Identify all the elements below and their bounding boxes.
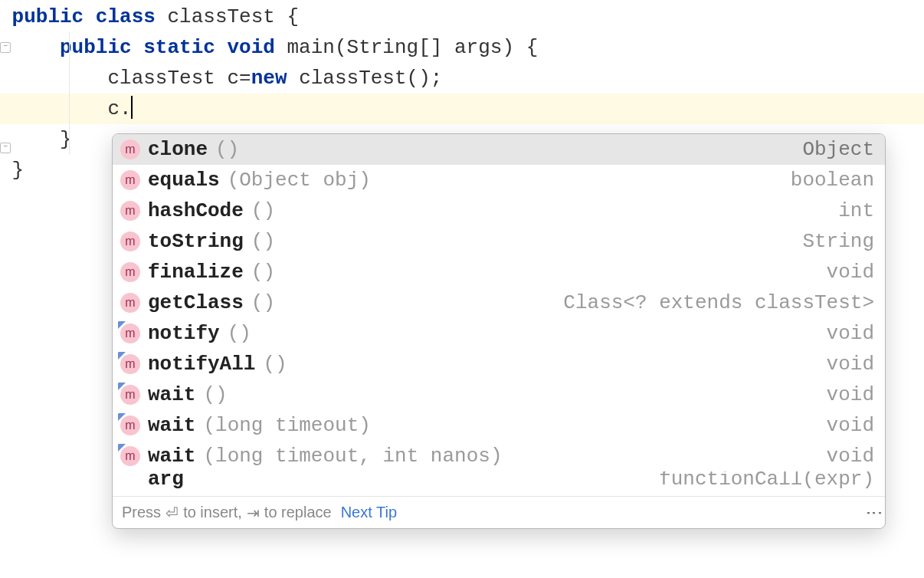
completion-item-name: wait (148, 383, 195, 406)
method-icon: m (120, 354, 140, 374)
completion-item-name: wait (148, 445, 195, 468)
completion-item-type: void (827, 322, 874, 345)
completion-item-name: wait (148, 414, 195, 437)
completion-item-name: toString (148, 230, 244, 253)
completion-item-type: functionCall(expr) (659, 471, 874, 491)
method-icon: m (120, 385, 140, 405)
completion-item[interactable]: mfinalize()void (113, 257, 885, 287)
keyword-public: public (60, 36, 132, 59)
completion-item-params: () (203, 383, 227, 406)
keyword-void: void (227, 36, 274, 59)
completion-popup: mclone()Objectmequals(Object obj)boolean… (112, 133, 886, 529)
final-marker-icon (118, 383, 126, 390)
completion-item-name: equals (148, 169, 220, 192)
final-marker-icon (118, 321, 126, 329)
completion-item[interactable]: mequals(Object obj)boolean (113, 165, 885, 195)
completion-item-name: clone (148, 138, 208, 161)
completion-item[interactable]: mwait()void (113, 379, 885, 410)
completion-item-type: void (827, 261, 874, 284)
method-icon: m (120, 232, 140, 251)
completion-item[interactable]: mwait(long timeout)void (113, 410, 885, 441)
brace-open: { (287, 5, 300, 28)
completion-item-params: () (263, 353, 287, 376)
completion-item-name: notify (148, 322, 220, 345)
completion-item-type: void (827, 383, 874, 406)
keyword-new: new (251, 67, 287, 90)
completion-item[interactable]: mhashCode()int (113, 195, 885, 226)
final-marker-icon (118, 413, 126, 421)
tab-key-icon: ⇥ (247, 504, 260, 522)
footer-text: Press (122, 504, 161, 521)
completion-item[interactable]: mnotify()void (113, 318, 885, 349)
completion-item-params: (Object obj) (228, 169, 371, 192)
completion-item-name: notifyAll (148, 353, 255, 376)
completion-item-params: (long timeout) (203, 414, 370, 437)
completion-item-name: finalize (148, 261, 244, 284)
enter-key-icon: ⏎ (165, 504, 179, 522)
method-icon: m (120, 262, 140, 282)
more-options-icon[interactable]: ⋮ (873, 504, 876, 521)
completion-item-type: Object (802, 138, 874, 161)
completion-item-params: () (251, 230, 275, 253)
method-icon: m (120, 140, 140, 159)
completion-item-params: () (215, 138, 239, 161)
completion-item-type: void (827, 414, 874, 437)
code-line-active[interactable]: c. (0, 94, 924, 124)
keyword-class: class (96, 5, 156, 28)
code-line[interactable]: classTest c=new classTest(); (0, 63, 924, 94)
final-marker-icon (118, 352, 126, 360)
completion-item-type: boolean (791, 169, 874, 192)
completion-list[interactable]: mclone()Objectmequals(Object obj)boolean… (113, 134, 885, 471)
method-icon: m (120, 201, 140, 221)
method-icon: m (120, 170, 140, 190)
completion-item-name: hashCode (148, 199, 244, 222)
method-icon: m (120, 415, 140, 435)
method-icon: m (120, 446, 140, 466)
completion-item-params: () (251, 261, 275, 284)
footer-text: to insert, (183, 504, 242, 521)
code-line[interactable]: public class classTest { (0, 2, 924, 32)
completion-item-type: void (827, 353, 874, 376)
method-icon: m (120, 323, 140, 343)
completion-item-params: () (251, 199, 275, 222)
completion-item-type: Class<? extends classTest> (563, 291, 874, 314)
completion-item-params: (long timeout, int nanos) (203, 445, 502, 468)
completion-item-name: getClass (148, 291, 244, 314)
completion-item[interactable]: mtoString()String (113, 226, 885, 257)
completion-item-partial[interactable]: arg functionCall(expr) (113, 471, 885, 496)
completion-item[interactable]: mclone()Object (113, 134, 885, 165)
completion-item-type: void (827, 445, 874, 468)
class-name: classTest (167, 5, 274, 28)
completion-item[interactable]: mnotifyAll()void (113, 349, 885, 379)
completion-footer: Press ⏎ to insert, ⇥ to replace Next Tip… (113, 496, 885, 528)
keyword-static: static (143, 36, 215, 59)
final-marker-icon (118, 444, 126, 452)
footer-text: to replace (264, 504, 332, 521)
completion-item-params: () (251, 291, 275, 314)
completion-item-type: String (802, 230, 874, 253)
completion-item[interactable]: mgetClass()Class<? extends classTest> (113, 287, 885, 318)
completion-item-name: arg (148, 471, 184, 491)
completion-item-type: int (838, 199, 874, 222)
method-icon: m (120, 293, 140, 313)
code-line[interactable]: public static void main(String[] args) { (0, 32, 924, 63)
text-cursor (131, 96, 133, 119)
completion-item[interactable]: mwait(long timeout, int nanos)void (113, 441, 885, 471)
completion-item-params: () (228, 322, 251, 345)
next-tip-link[interactable]: Next Tip (341, 504, 397, 521)
method-name: main (287, 36, 335, 59)
keyword-public: public (12, 5, 84, 28)
